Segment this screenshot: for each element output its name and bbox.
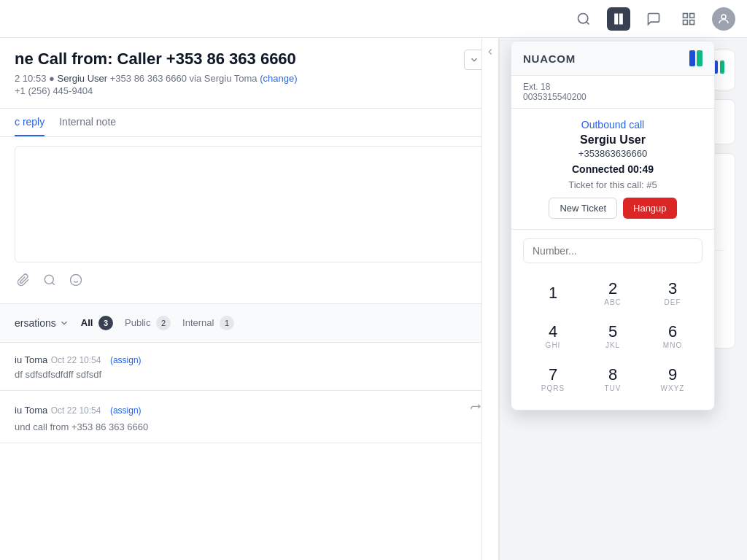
public-badge: 2	[156, 316, 171, 330]
dialpad-key-4[interactable]: 4GHI	[523, 315, 583, 358]
dialpad-key-2[interactable]: 2ABC	[583, 272, 643, 315]
conv-time-0: Oct 22 10:54	[51, 355, 101, 365]
conv-text-1: und call from +353 86 363 6660	[15, 421, 484, 432]
conv-item-0: iu Toma Oct 22 10:54 (assign) df sdfsdfs…	[0, 343, 499, 391]
svg-point-9	[71, 275, 82, 286]
conversations-title[interactable]: ersations	[15, 317, 69, 329]
nuacom-popup-header: NUACOM	[511, 42, 714, 76]
conv-assign-1[interactable]: (assign)	[110, 405, 142, 416]
svg-rect-1	[615, 14, 617, 23]
tab-internal[interactable]: Internal 1	[182, 313, 234, 333]
nuacom-popup: NUACOM Ext. 18 0035315540200 Outbound ca…	[511, 41, 715, 411]
nuacom-actions: New Ticket Hangup	[523, 198, 703, 219]
dialpad-key-8[interactable]: 8TUV	[583, 358, 643, 401]
ticket-user: Sergiu User	[57, 73, 107, 84]
ticket-header: ne Call from: Caller +353 86 363 6660 2 …	[0, 38, 499, 109]
ticket-phone-sub: +1 (256) 445-9404	[15, 85, 297, 96]
conv-user-1: iu Toma	[15, 405, 47, 416]
main-content: ne Call from: Caller +353 86 363 6660 2 …	[0, 38, 499, 560]
ext-phone: 0035315540200	[523, 92, 703, 102]
dialpad-key-5[interactable]: 5JKL	[583, 315, 643, 358]
new-ticket-button[interactable]: New Ticket	[549, 198, 617, 219]
ticket-sep: ●	[49, 73, 55, 84]
dialpad-key-3[interactable]: 3DEF	[643, 272, 703, 315]
svg-rect-3	[684, 13, 688, 18]
sidebar-collapse-handle[interactable]	[481, 38, 499, 560]
tab-internal-note[interactable]: Internal note	[59, 109, 116, 136]
ticket-change-link[interactable]: (change)	[260, 73, 297, 84]
ticket-title: ne Call from: Caller +353 86 363 6660	[15, 50, 297, 69]
dialpad-key-9[interactable]: 9WXYZ	[643, 358, 703, 401]
ext-label: Ext. 18	[523, 82, 703, 92]
reply-area	[0, 137, 499, 303]
pause-nav-icon[interactable]	[607, 7, 630, 31]
search-nav-icon[interactable]	[572, 7, 595, 31]
all-badge: 3	[98, 316, 113, 330]
nuacom-ticket-ref: Ticket for this call: #5	[523, 179, 703, 190]
conv-user-0: iu Toma	[15, 354, 47, 365]
nuacom-popup-logo	[689, 50, 703, 66]
conv-item-1: iu Toma Oct 22 10:54 (assign) und call f…	[0, 391, 499, 443]
reply-textarea[interactable]	[15, 146, 484, 262]
nuacom-outbound-label: Outbound call	[523, 119, 703, 131]
grid-nav-icon[interactable]	[677, 7, 700, 31]
conversations-label: ersations	[15, 317, 56, 329]
conv-time-1: Oct 22 10:54	[51, 405, 101, 416]
top-nav	[0, 0, 747, 38]
nuacom-caller-phone: +353863636660	[523, 148, 703, 159]
popup-arrow	[607, 41, 619, 42]
tab-public[interactable]: Public 2	[125, 313, 171, 333]
user-avatar[interactable]	[712, 7, 735, 31]
svg-point-7	[721, 15, 726, 19]
dialpad: 1 2ABC 3DEF 4GHI 5JKL 6MNO 7PQRS 8TUV 9W…	[511, 230, 714, 410]
logo-bar-green	[697, 50, 703, 66]
svg-rect-4	[690, 13, 694, 18]
chat-nav-icon[interactable]	[642, 7, 665, 31]
dialpad-key-6[interactable]: 6MNO	[643, 315, 703, 358]
ticket-via: +353 86 363 6660 via Sergiu Toma	[110, 73, 258, 84]
dialpad-input[interactable]	[523, 238, 703, 263]
nuacom-popup-title: NUACOM	[523, 52, 576, 65]
ticket-meta: 2 10:53 ● Sergiu User +353 86 363 6660 v…	[15, 73, 297, 84]
nuacom-ext-info: Ext. 18 0035315540200	[511, 76, 714, 109]
nuacom-caller-name: Sergiu User	[523, 133, 703, 147]
ticket-time: 2 10:53	[15, 73, 46, 84]
conv-tabs: All 3 Public 2 Internal 1	[81, 313, 234, 333]
dialpad-grid: 1 2ABC 3DEF 4GHI 5JKL 6MNO 7PQRS 8TUV 9W…	[523, 272, 703, 401]
conversations-section: ersations All 3 Public 2 Internal 1 iu T…	[0, 303, 499, 443]
emoji-icon[interactable]	[67, 271, 85, 289]
conv-assign-0[interactable]: (assign)	[110, 355, 142, 365]
nuacom-call-info: Outbound call Sergiu User +353863636660 …	[511, 109, 714, 230]
attachment-icon[interactable]	[15, 271, 32, 289]
conv-text-0: df sdfsdfsdfdff sdfsdf	[15, 369, 484, 380]
dialpad-key-7[interactable]: 7PQRS	[523, 358, 583, 401]
reply-tabs: c reply Internal note	[0, 109, 499, 137]
tab-public-reply[interactable]: c reply	[15, 109, 44, 136]
dialpad-key-1[interactable]: 1	[523, 272, 583, 315]
internal-badge: 1	[220, 316, 234, 330]
svg-rect-5	[684, 20, 688, 24]
conversations-header: ersations All 3 Public 2 Internal 1	[0, 304, 499, 343]
hangup-button[interactable]: Hangup	[623, 198, 677, 219]
nuacom-connected-label: Connected 00:49	[523, 163, 703, 175]
svg-point-0	[578, 13, 588, 23]
svg-rect-2	[620, 14, 622, 23]
nuacom-sidebar-logo	[713, 61, 724, 74]
reply-toolbar	[15, 265, 484, 295]
search-toolbar-icon[interactable]	[41, 271, 58, 289]
svg-rect-6	[690, 20, 694, 24]
logo-bar-blue	[689, 50, 695, 66]
svg-point-8	[44, 275, 53, 284]
tab-all[interactable]: All 3	[81, 313, 113, 333]
